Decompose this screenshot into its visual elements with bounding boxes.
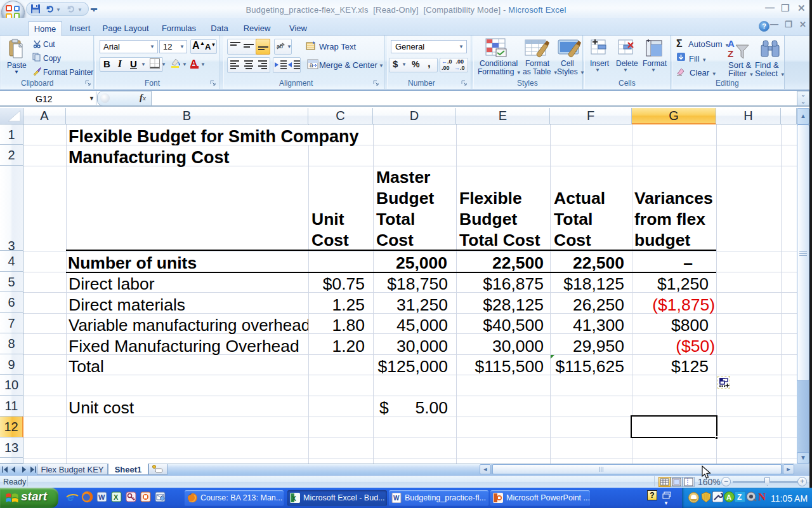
svg-text:A: A <box>726 493 731 501</box>
svg-text:e: e <box>67 490 74 504</box>
svg-text:Z: Z <box>728 48 733 59</box>
svg-text:a: a <box>310 62 313 69</box>
svg-text:Z: Z <box>737 493 742 502</box>
svg-text:X: X <box>114 493 119 501</box>
svg-text:A: A <box>728 38 735 49</box>
svg-text:X: X <box>292 495 296 502</box>
svg-text:W: W <box>393 495 400 502</box>
svg-text:W: W <box>98 493 105 501</box>
svg-text:ab: ab <box>277 43 283 50</box>
